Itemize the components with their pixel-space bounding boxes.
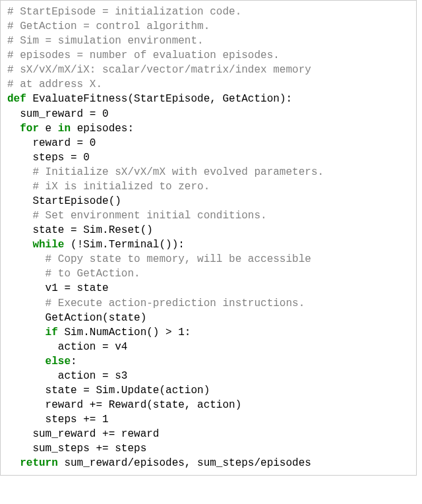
code-line: # episodes = number of evaluation episod… bbox=[7, 49, 280, 61]
code-line: GetAction(state) bbox=[7, 312, 146, 324]
code-listing: # StartEpisode = initialization code. # … bbox=[0, 0, 417, 476]
code-line: else: bbox=[7, 356, 77, 367]
code-line: # Set environment initial conditions. bbox=[7, 210, 267, 222]
code-line: # Initialize sX/vX/mX with evolved param… bbox=[7, 166, 324, 178]
code-line: reward = 0 bbox=[7, 137, 96, 149]
code-line: for e in episodes: bbox=[7, 123, 134, 135]
code-line: return sum_reward/episodes, sum_steps/ep… bbox=[7, 457, 311, 469]
code-line: if Sim.NumAction() > 1: bbox=[7, 327, 191, 338]
code-line: sum_steps += steps bbox=[7, 443, 146, 455]
code-line: action = s3 bbox=[7, 370, 127, 382]
code-line: # to GetAction. bbox=[7, 268, 140, 280]
code-line: action = v4 bbox=[7, 341, 127, 353]
code-line: # GetAction = control algorithm. bbox=[7, 20, 210, 32]
code-line: # Copy state to memory, will be accessib… bbox=[7, 253, 311, 265]
code-line: # StartEpisode = initialization code. bbox=[7, 6, 241, 18]
code-line: # Sim = simulation environment. bbox=[7, 35, 204, 47]
code-line: sum_reward = 0 bbox=[7, 108, 109, 120]
code-line: v1 = state bbox=[7, 282, 109, 294]
code-line: # sX/vX/mX/iX: scalar/vector/matrix/inde… bbox=[7, 64, 311, 76]
code-line: def EvaluateFitness(StartEpisode, GetAct… bbox=[7, 93, 292, 105]
code-block: # StartEpisode = initialization code. # … bbox=[7, 5, 409, 471]
code-line: steps += 1 bbox=[7, 414, 109, 425]
code-line: sum_reward += reward bbox=[7, 428, 159, 440]
code-line: # Execute action-prediction instructions… bbox=[7, 298, 305, 309]
code-line: steps = 0 bbox=[7, 152, 90, 164]
code-line: reward += Reward(state, action) bbox=[7, 399, 241, 411]
code-line: state = Sim.Update(action) bbox=[7, 385, 210, 396]
code-line: state = Sim.Reset() bbox=[7, 224, 153, 236]
code-line: while (!Sim.Terminal()): bbox=[7, 239, 185, 251]
code-line: StartEpisode() bbox=[7, 195, 121, 207]
code-line: # at address X. bbox=[7, 79, 102, 90]
code-line: # iX is initialized to zero. bbox=[7, 181, 210, 193]
